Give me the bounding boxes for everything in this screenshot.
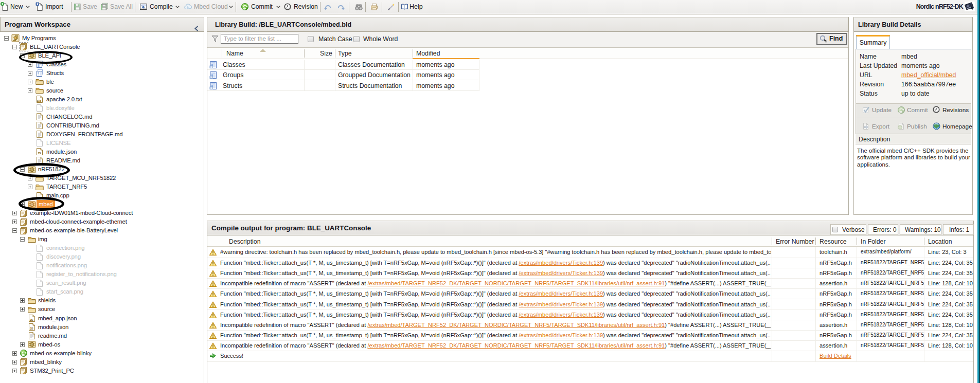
svg-text:TX: TX: [38, 100, 41, 102]
svg-text:JS: JS: [30, 318, 33, 321]
svg-text:JS: JS: [30, 327, 33, 330]
svg-text:JS: JS: [38, 152, 41, 155]
